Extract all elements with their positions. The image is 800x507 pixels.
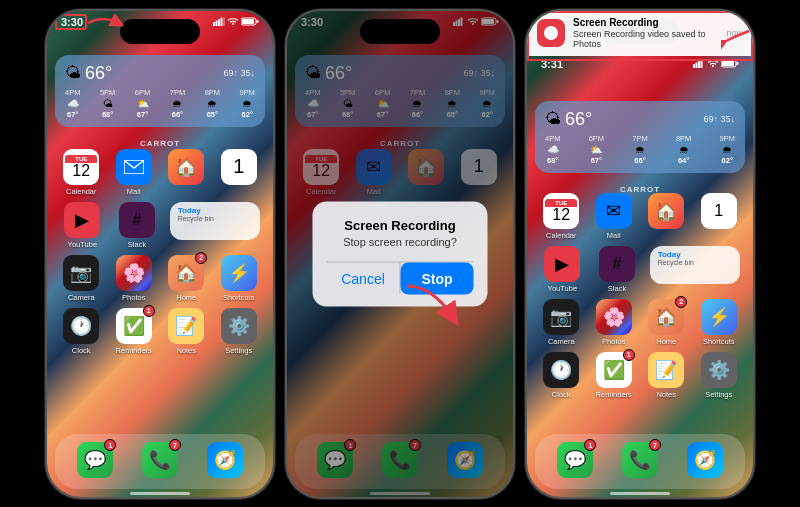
hour-item: 4PM ☁️ 67°	[65, 88, 80, 119]
home-icon: 🏠 2	[168, 255, 204, 291]
svg-rect-17	[696, 62, 698, 68]
notes-icon: 📝	[168, 308, 204, 344]
app-reminders[interactable]: ✅ 1 Reminders	[112, 308, 156, 355]
dock-messages[interactable]: 💬 1	[73, 442, 117, 480]
cancel-button[interactable]: Cancel	[327, 262, 401, 294]
red-box-notification	[527, 11, 753, 61]
reminders-icon: ✅ 1	[116, 308, 152, 344]
safari-icon: 🧭	[207, 442, 243, 478]
svg-rect-7	[242, 19, 254, 24]
app-spacer: 🏠	[164, 149, 208, 196]
battery-icon	[241, 17, 259, 26]
phone-2: 3:30	[285, 9, 515, 499]
hour-item: 8PM 🌧 65°	[205, 88, 220, 119]
weather-widget-1: 🌤 66° 69↑ 35↓ 4PM ☁️ 67° 5PM 🌤 68° 6PM ⛅	[55, 55, 265, 127]
svg-rect-16	[693, 64, 695, 68]
dock-1: 💬 1 📞 7 🧭	[55, 434, 265, 489]
arrow-2	[402, 281, 462, 331]
mail-icon	[116, 149, 152, 185]
svg-rect-0	[213, 22, 215, 26]
dialog-overlay: Screen Recording Stop screen recording? …	[287, 11, 513, 497]
app-photos[interactable]: 🌸 Photos	[112, 255, 156, 302]
app-home[interactable]: 🏠 2 Home	[164, 255, 208, 302]
app-notes[interactable]: 📝 Notes	[164, 308, 208, 355]
dynamic-island-1	[120, 19, 200, 44]
app-clock[interactable]: 🕐 Clock	[59, 308, 103, 355]
messages-icon: 💬 1	[77, 442, 113, 478]
apps-row-1: TUE 12 Calendar Mail �	[55, 149, 265, 196]
phone-1: 3:30	[45, 9, 275, 499]
hour-item: 7PM 🌧 66°	[170, 88, 185, 119]
dock-messages-3[interactable]: 💬1	[553, 442, 597, 480]
app-shortcuts[interactable]: ⚡ Shortcuts	[217, 255, 261, 302]
youtube-icon: ▶	[64, 202, 100, 238]
app-slack[interactable]: # Slack	[115, 202, 159, 249]
home-indicator-1	[130, 492, 190, 495]
svg-rect-21	[737, 62, 739, 65]
today-widget-item: Today Recycle bin	[170, 202, 260, 249]
photos-icon: 🌸	[116, 255, 152, 291]
settings-icon: ⚙️	[221, 308, 257, 344]
phone-3: Screen Recording Screen Recording video …	[525, 9, 755, 499]
weather-sun-icon: 🌤	[65, 64, 81, 82]
weather-top-1: 🌤 66° 69↑ 35↓	[65, 63, 255, 84]
svg-rect-2	[218, 19, 220, 26]
slack-icon: #	[119, 202, 155, 238]
camera-icon: 📷	[63, 255, 99, 291]
arrow-3	[721, 21, 751, 51]
dock-safari-3[interactable]: 🧭	[683, 442, 727, 480]
mail-envelope-icon	[124, 160, 144, 174]
weather-hours-1: 4PM ☁️ 67° 5PM 🌤 68° 6PM ⛅ 67° 7PM 🌧	[65, 88, 255, 119]
app-calendar[interactable]: TUE 12 Calendar	[59, 149, 103, 196]
phone-3-frame: Screen Recording Screen Recording video …	[525, 9, 755, 499]
weather-detail-1: 69↑ 35↓	[223, 68, 255, 78]
arrow-1	[83, 13, 123, 33]
apps-grid-1: TUE 12 Calendar Mail �	[55, 149, 265, 361]
phone-icon: 📞 7	[142, 442, 178, 478]
apps-row-2: ▶ YouTube # Slack Today Recycle bin	[55, 202, 265, 249]
wifi-icon	[228, 17, 238, 26]
hour-item: 5PM 🌤 68°	[100, 88, 115, 119]
weather-temp-1: 66°	[85, 63, 112, 84]
app-badge-item[interactable]: 1	[217, 149, 261, 196]
app-settings[interactable]: ⚙️ Settings	[217, 308, 261, 355]
status-icons-1	[213, 17, 259, 26]
dock-3: 💬1 📞7 🧭	[535, 434, 745, 489]
svg-rect-1	[216, 20, 218, 26]
svg-rect-18	[698, 61, 700, 68]
badge-icon: 1	[221, 149, 257, 185]
calendar-icon: TUE 12	[63, 149, 99, 185]
phone-1-frame: 3:30	[45, 9, 275, 499]
weather-widget-3: 🌤 66° 69↑ 35↓ 4PM☁️68° 6PM⛅67° 7PM🌧66° 8…	[535, 101, 745, 173]
dock-safari[interactable]: 🧭	[203, 442, 247, 480]
home-indicator-3	[610, 492, 670, 495]
home2-icon: 🏠	[168, 149, 204, 185]
svg-rect-22	[722, 61, 734, 66]
signal-icon	[213, 17, 225, 26]
dialog-title: Screen Recording	[327, 217, 474, 232]
app-youtube[interactable]: ▶ YouTube	[60, 202, 104, 249]
hour-item: 9PM 🌧 62°	[240, 88, 255, 119]
app-mail[interactable]: Mail	[112, 149, 156, 196]
dock-phone-3[interactable]: 📞7	[618, 442, 662, 480]
shortcuts-icon: ⚡	[221, 255, 257, 291]
clock-icon: 🕐	[63, 308, 99, 344]
carrot-label-1: CARROT	[47, 139, 273, 148]
phone-2-frame: 3:30	[285, 9, 515, 499]
svg-rect-3	[221, 17, 223, 26]
dialog-message: Stop screen recording?	[327, 235, 474, 247]
dock-phone[interactable]: 📞 7	[138, 442, 182, 480]
apps-row-3: 📷 Camera 🌸 Photos 🏠 2 Home ⚡ Shortcut	[55, 255, 265, 302]
apps-grid-3: TUE12 Calendar ✉ Mail 🏠 1 ▶YouTube #Slac…	[535, 193, 745, 405]
svg-rect-6	[257, 20, 259, 23]
hour-item: 6PM ⛅ 67°	[135, 88, 150, 119]
apps-row-4: 🕐 Clock ✅ 1 Reminders 📝 Notes ⚙️ Setti	[55, 308, 265, 355]
svg-rect-4	[223, 17, 225, 26]
app-camera[interactable]: 📷 Camera	[59, 255, 103, 302]
